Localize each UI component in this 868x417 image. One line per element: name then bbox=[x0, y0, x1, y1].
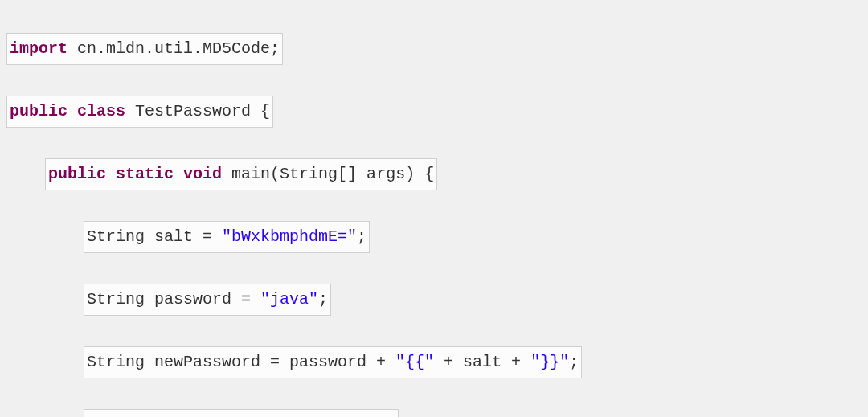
code-line-1: import cn.mldn.util.MD5Code; bbox=[6, 32, 862, 66]
code-line-7: for (int x = 0 ; x < 3 ; x ++) { bbox=[6, 408, 862, 417]
code-line-3: public static void main(String[] args) { bbox=[6, 157, 862, 191]
method-sig: main(String[] args) { bbox=[222, 165, 434, 183]
string-literal: "{{" bbox=[395, 353, 434, 371]
keyword-public: public bbox=[48, 165, 106, 183]
code-line-5: String password = "java"; bbox=[6, 283, 862, 317]
keyword-import: import bbox=[10, 39, 68, 58]
class-name: TestPassword bbox=[125, 102, 260, 121]
semicolon: ; bbox=[569, 353, 579, 371]
semicolon: ; bbox=[318, 290, 328, 309]
import-path: cn.mldn.util.MD5Code; bbox=[68, 39, 280, 58]
brace-open: { bbox=[260, 102, 270, 121]
semicolon: ; bbox=[357, 227, 366, 246]
keyword-void: void bbox=[183, 165, 222, 183]
string-literal: "java" bbox=[260, 290, 318, 309]
code-line-4: String salt = "bWxkbmphdmE="; bbox=[6, 220, 862, 254]
decl-new-password: String newPassword = password + bbox=[87, 353, 395, 371]
code-line-2: public class TestPassword { bbox=[6, 95, 862, 129]
code-line-6: String newPassword = password + "{{" + s… bbox=[6, 345, 862, 379]
keyword-static: static bbox=[116, 165, 174, 183]
code-block: import cn.mldn.util.MD5Code; public clas… bbox=[0, 0, 868, 417]
keyword-public: public bbox=[10, 102, 68, 121]
keyword-class: class bbox=[77, 102, 125, 121]
decl-password: String password = bbox=[87, 290, 260, 309]
string-literal: "bWxkbmphdmE=" bbox=[222, 227, 357, 246]
decl-salt: String salt = bbox=[87, 227, 222, 246]
string-literal: "}}" bbox=[530, 353, 569, 371]
concat-mid: + salt + bbox=[434, 353, 530, 371]
